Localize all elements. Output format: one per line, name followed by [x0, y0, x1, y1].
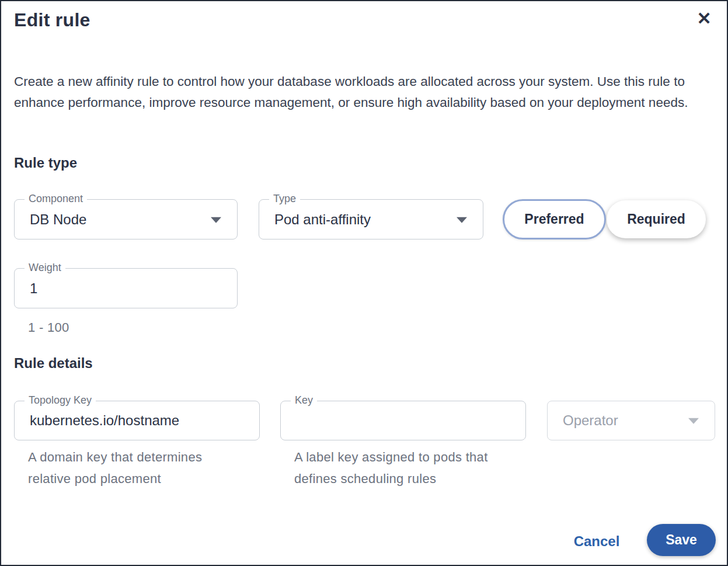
key-helper-text: A label key assigned to pods that define…: [294, 446, 519, 489]
component-select[interactable]: Component DB Node: [14, 199, 238, 239]
rule-details-heading: Rule details: [14, 355, 93, 371]
key-input[interactable]: [281, 401, 525, 440]
required-toggle-button[interactable]: Required: [607, 200, 706, 238]
edit-rule-dialog: Edit rule ✕ Create a new affinity rule t…: [0, 0, 728, 566]
close-icon[interactable]: ✕: [692, 7, 716, 30]
weight-helper-text: 1 - 100: [28, 317, 69, 338]
chevron-down-icon: [688, 418, 699, 424]
save-button[interactable]: Save: [647, 524, 716, 556]
chevron-down-icon: [211, 217, 221, 223]
preferred-toggle-button[interactable]: Preferred: [503, 199, 606, 239]
type-value: Pod anti-affinity: [259, 200, 483, 239]
topology-key-field-container: Topology Key: [14, 401, 260, 440]
type-select[interactable]: Type Pod anti-affinity: [259, 199, 483, 239]
dialog-description: Create a new affinity rule to control ho…: [14, 71, 711, 113]
weight-field-container: Weight: [14, 268, 238, 308]
key-field-container: Key: [280, 401, 526, 440]
operator-select[interactable]: Operator: [547, 401, 715, 440]
weight-input[interactable]: [15, 269, 237, 308]
cancel-button[interactable]: Cancel: [562, 530, 632, 553]
dialog-title: Edit rule: [14, 9, 90, 31]
component-value: DB Node: [15, 200, 237, 239]
rule-type-heading: Rule type: [14, 155, 77, 171]
chevron-down-icon: [457, 217, 467, 223]
topology-key-helper-text: A domain key that determines relative po…: [28, 446, 224, 489]
topology-key-input[interactable]: [15, 401, 259, 440]
